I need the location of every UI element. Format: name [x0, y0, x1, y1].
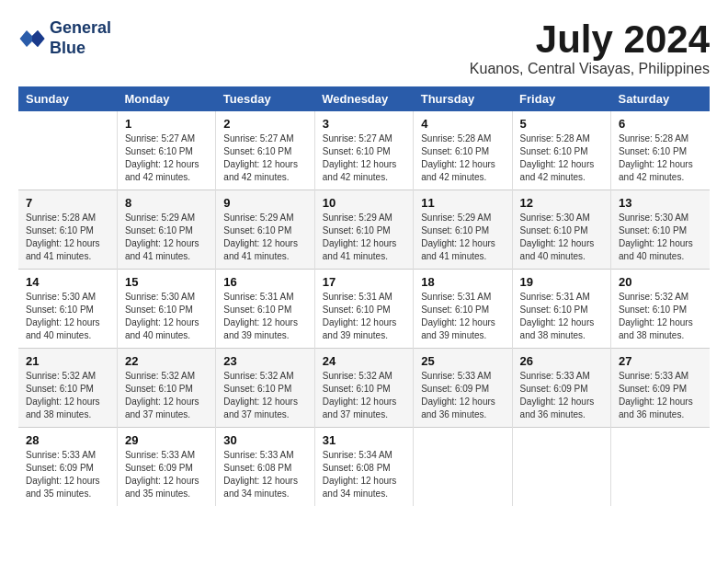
day-info: Sunrise: 5:33 AM Sunset: 6:09 PM Dayligh…: [520, 370, 603, 421]
calendar-header: SundayMondayTuesdayWednesdayThursdayFrid…: [18, 86, 710, 111]
day-info: Sunrise: 5:31 AM Sunset: 6:10 PM Dayligh…: [520, 291, 603, 342]
logo: General Blue: [18, 18, 111, 58]
weekday-header: Saturday: [611, 86, 710, 111]
calendar-cell: 14Sunrise: 5:30 AM Sunset: 6:10 PM Dayli…: [18, 270, 117, 349]
day-info: Sunrise: 5:28 AM Sunset: 6:10 PM Dayligh…: [520, 132, 603, 184]
day-info: Sunrise: 5:32 AM Sunset: 6:10 PM Dayligh…: [125, 370, 208, 421]
day-info: Sunrise: 5:32 AM Sunset: 6:10 PM Dayligh…: [223, 370, 306, 421]
logo-icon: [18, 25, 46, 52]
day-number: 12: [520, 196, 603, 210]
svg-marker-1: [32, 30, 45, 47]
calendar-cell: 4Sunrise: 5:28 AM Sunset: 6:10 PM Daylig…: [414, 111, 512, 190]
calendar-week-row: 1Sunrise: 5:27 AM Sunset: 6:10 PM Daylig…: [18, 111, 710, 190]
day-number: 9: [223, 196, 306, 210]
day-info: Sunrise: 5:29 AM Sunset: 6:10 PM Dayligh…: [223, 212, 306, 263]
day-info: Sunrise: 5:31 AM Sunset: 6:10 PM Dayligh…: [223, 291, 306, 342]
calendar-subtitle: Kuanos, Central Visayas, Philippines: [470, 61, 710, 77]
day-number: 8: [125, 196, 208, 210]
calendar-cell: 27Sunrise: 5:33 AM Sunset: 6:09 PM Dayli…: [611, 349, 710, 428]
day-number: 29: [125, 433, 208, 447]
day-number: 23: [223, 354, 306, 368]
day-number: 1: [125, 117, 208, 131]
calendar-cell: 12Sunrise: 5:30 AM Sunset: 6:10 PM Dayli…: [512, 190, 610, 270]
day-number: 24: [323, 354, 405, 368]
day-info: Sunrise: 5:30 AM Sunset: 6:10 PM Dayligh…: [520, 212, 603, 263]
day-info: Sunrise: 5:27 AM Sunset: 6:10 PM Dayligh…: [323, 132, 405, 184]
calendar-cell: 17Sunrise: 5:31 AM Sunset: 6:10 PM Dayli…: [314, 270, 413, 349]
day-number: 17: [323, 275, 405, 289]
day-info: Sunrise: 5:32 AM Sunset: 6:10 PM Dayligh…: [619, 291, 702, 342]
day-number: 27: [619, 354, 702, 368]
day-number: 7: [26, 196, 109, 210]
calendar-cell: 22Sunrise: 5:32 AM Sunset: 6:10 PM Dayli…: [117, 349, 215, 428]
calendar-cell: 10Sunrise: 5:29 AM Sunset: 6:10 PM Dayli…: [314, 190, 413, 270]
calendar-cell: 15Sunrise: 5:30 AM Sunset: 6:10 PM Dayli…: [117, 270, 215, 349]
day-number: 5: [520, 117, 603, 131]
calendar-cell: 18Sunrise: 5:31 AM Sunset: 6:10 PM Dayli…: [414, 270, 512, 349]
day-info: Sunrise: 5:33 AM Sunset: 6:08 PM Dayligh…: [223, 449, 306, 500]
day-info: Sunrise: 5:28 AM Sunset: 6:10 PM Dayligh…: [26, 212, 109, 263]
day-info: Sunrise: 5:29 AM Sunset: 6:10 PM Dayligh…: [125, 212, 208, 263]
day-number: 13: [619, 196, 702, 210]
day-info: Sunrise: 5:28 AM Sunset: 6:10 PM Dayligh…: [619, 132, 702, 184]
calendar-week-row: 7Sunrise: 5:28 AM Sunset: 6:10 PM Daylig…: [18, 190, 710, 270]
calendar-cell: 28Sunrise: 5:33 AM Sunset: 6:09 PM Dayli…: [18, 428, 117, 507]
day-number: 22: [125, 354, 208, 368]
day-number: 16: [223, 275, 306, 289]
day-number: 15: [125, 275, 208, 289]
calendar-cell: [611, 428, 710, 507]
calendar-cell: 24Sunrise: 5:32 AM Sunset: 6:10 PM Dayli…: [314, 349, 413, 428]
calendar-cell: 5Sunrise: 5:28 AM Sunset: 6:10 PM Daylig…: [512, 111, 610, 190]
weekday-header: Wednesday: [314, 86, 413, 111]
day-number: 3: [323, 117, 405, 131]
day-number: 25: [421, 354, 504, 368]
calendar-cell: 20Sunrise: 5:32 AM Sunset: 6:10 PM Dayli…: [611, 270, 710, 349]
calendar-cell: 6Sunrise: 5:28 AM Sunset: 6:10 PM Daylig…: [611, 111, 710, 190]
calendar-cell: 16Sunrise: 5:31 AM Sunset: 6:10 PM Dayli…: [216, 270, 314, 349]
day-number: 26: [520, 354, 603, 368]
day-info: Sunrise: 5:33 AM Sunset: 6:09 PM Dayligh…: [619, 370, 702, 421]
day-number: 6: [619, 117, 702, 131]
calendar-cell: 8Sunrise: 5:29 AM Sunset: 6:10 PM Daylig…: [117, 190, 215, 270]
day-info: Sunrise: 5:29 AM Sunset: 6:10 PM Dayligh…: [323, 212, 405, 263]
calendar-week-row: 28Sunrise: 5:33 AM Sunset: 6:09 PM Dayli…: [18, 428, 710, 507]
day-info: Sunrise: 5:31 AM Sunset: 6:10 PM Dayligh…: [323, 291, 405, 342]
day-info: Sunrise: 5:33 AM Sunset: 6:09 PM Dayligh…: [125, 449, 208, 500]
calendar-cell: 2Sunrise: 5:27 AM Sunset: 6:10 PM Daylig…: [216, 111, 314, 190]
calendar-cell: 9Sunrise: 5:29 AM Sunset: 6:10 PM Daylig…: [216, 190, 314, 270]
weekday-header: Tuesday: [216, 86, 314, 111]
day-info: Sunrise: 5:32 AM Sunset: 6:10 PM Dayligh…: [323, 370, 405, 421]
day-info: Sunrise: 5:33 AM Sunset: 6:09 PM Dayligh…: [421, 370, 504, 421]
calendar-cell: 11Sunrise: 5:29 AM Sunset: 6:10 PM Dayli…: [414, 190, 512, 270]
calendar-week-row: 21Sunrise: 5:32 AM Sunset: 6:10 PM Dayli…: [18, 349, 710, 428]
calendar-cell: 19Sunrise: 5:31 AM Sunset: 6:10 PM Dayli…: [512, 270, 610, 349]
calendar-cell: 21Sunrise: 5:32 AM Sunset: 6:10 PM Dayli…: [18, 349, 117, 428]
day-number: 18: [421, 275, 504, 289]
calendar-cell: [512, 428, 610, 507]
calendar-cell: 7Sunrise: 5:28 AM Sunset: 6:10 PM Daylig…: [18, 190, 117, 270]
calendar-cell: 13Sunrise: 5:30 AM Sunset: 6:10 PM Dayli…: [611, 190, 710, 270]
calendar-cell: [414, 428, 512, 507]
weekday-header: Monday: [117, 86, 215, 111]
weekday-header: Thursday: [414, 86, 512, 111]
day-number: 21: [26, 354, 109, 368]
day-info: Sunrise: 5:27 AM Sunset: 6:10 PM Dayligh…: [125, 132, 208, 184]
day-info: Sunrise: 5:34 AM Sunset: 6:08 PM Dayligh…: [323, 449, 405, 500]
day-info: Sunrise: 5:30 AM Sunset: 6:10 PM Dayligh…: [26, 291, 109, 342]
weekday-header: Sunday: [18, 86, 117, 111]
day-number: 31: [323, 433, 405, 447]
calendar-week-row: 14Sunrise: 5:30 AM Sunset: 6:10 PM Dayli…: [18, 270, 710, 349]
day-number: 14: [26, 275, 109, 289]
day-info: Sunrise: 5:30 AM Sunset: 6:10 PM Dayligh…: [619, 212, 702, 263]
day-number: 11: [421, 196, 504, 210]
day-info: Sunrise: 5:33 AM Sunset: 6:09 PM Dayligh…: [26, 449, 109, 500]
title-area: July 2024 Kuanos, Central Visayas, Phili…: [470, 18, 710, 77]
day-info: Sunrise: 5:27 AM Sunset: 6:10 PM Dayligh…: [223, 132, 306, 184]
day-info: Sunrise: 5:31 AM Sunset: 6:10 PM Dayligh…: [421, 291, 504, 342]
logo-text: General Blue: [50, 18, 111, 58]
day-number: 4: [421, 117, 504, 131]
day-number: 19: [520, 275, 603, 289]
day-info: Sunrise: 5:28 AM Sunset: 6:10 PM Dayligh…: [421, 132, 504, 184]
day-info: Sunrise: 5:29 AM Sunset: 6:10 PM Dayligh…: [421, 212, 504, 263]
calendar-cell: 3Sunrise: 5:27 AM Sunset: 6:10 PM Daylig…: [314, 111, 413, 190]
